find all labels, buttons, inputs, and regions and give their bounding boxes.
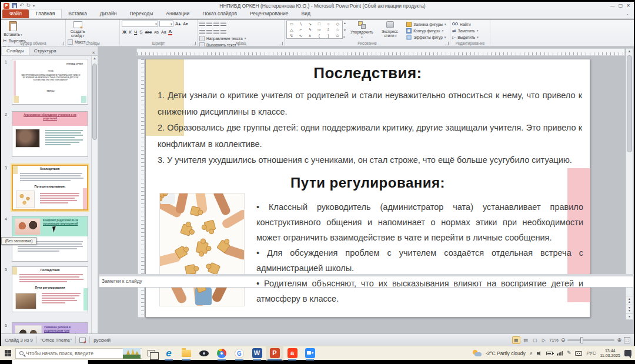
weather-text[interactable]: -2°C Partly cloudy	[486, 350, 526, 356]
text-shadow-button[interactable]: S	[139, 29, 143, 35]
zoom-out-button[interactable]: ⊖	[561, 337, 566, 343]
google-app-button[interactable]: G	[230, 346, 248, 360]
slide-title[interactable]: Последствия:	[146, 64, 590, 82]
paragraph-dialog-launcher[interactable]	[279, 42, 283, 45]
taskbar-search[interactable]: Чтобы начать поиск, введите	[15, 348, 142, 359]
bullets-icon[interactable]	[199, 22, 205, 26]
fit-to-window-button[interactable]: ⛶	[624, 337, 630, 343]
font-dialog-launcher[interactable]	[192, 42, 196, 45]
task-view-button[interactable]	[142, 346, 160, 360]
shapes-more-icon[interactable]: ≡	[343, 35, 346, 38]
shape-icon[interactable]: ○	[324, 21, 333, 27]
scrollbar-thumb[interactable]	[92, 64, 97, 140]
slide-sorter-view-button[interactable]: ▤	[523, 337, 530, 343]
notification-center-icon[interactable]	[624, 350, 631, 356]
zoom-app-button[interactable]	[301, 346, 319, 360]
hidden-icons-chevron[interactable]: ∧	[530, 351, 533, 356]
maximize-button[interactable]: ▢	[619, 3, 623, 9]
shape-icon[interactable]: ∿	[296, 33, 306, 39]
input-language[interactable]: РУС	[586, 350, 596, 356]
shape-effects-button[interactable]: Эффекты фигур	[406, 35, 447, 40]
tab-file[interactable]: Файл	[2, 9, 29, 18]
align-right-icon[interactable]	[213, 30, 219, 35]
word-button[interactable]: W	[248, 346, 266, 360]
clipboard-dialog-launcher[interactable]	[61, 42, 64, 45]
tab-slides[interactable]: Слайды	[1, 46, 29, 55]
shape-icon[interactable]: )	[324, 33, 333, 39]
redo-icon[interactable]: ↻	[26, 3, 31, 8]
shape-icon[interactable]: ⇨	[315, 27, 324, 33]
zoom-slider[interactable]	[567, 339, 614, 341]
arrange-button[interactable]: Упорядочить	[349, 21, 374, 39]
align-left-icon[interactable]	[199, 30, 205, 35]
shape-icon[interactable]: ↘	[305, 21, 315, 27]
horizontal-ruler[interactable]	[136, 48, 625, 56]
change-case-button[interactable]: Аа	[161, 29, 167, 35]
tab-transitions[interactable]: Переходы	[123, 9, 159, 18]
shape-icon[interactable]: ⌐	[296, 27, 306, 33]
reading-view-button[interactable]: ▢	[532, 337, 539, 343]
zoom-level[interactable]: 71%	[549, 338, 559, 343]
shape-icon[interactable]: ✩	[333, 33, 342, 39]
shape-icon[interactable]: ↯	[287, 33, 296, 39]
shrink-font-button[interactable]: А▾	[182, 21, 188, 27]
minimize-button[interactable]: —	[610, 3, 615, 9]
search-highlight-image[interactable]	[123, 348, 141, 359]
theme-name[interactable]: "Office Theme"	[41, 338, 72, 343]
previous-slide-button[interactable]: ▲▲	[626, 296, 633, 305]
puzzle-hands-image[interactable]	[159, 193, 245, 306]
scroll-up-icon[interactable]: ▲	[92, 56, 98, 60]
numbering-icon[interactable]	[206, 22, 212, 26]
slide-consequences-text[interactable]: 1. Дети узнали о критике учителя от роди…	[158, 88, 582, 169]
shape-icon[interactable]: ∧	[305, 33, 315, 39]
increase-indent-icon[interactable]	[220, 22, 226, 26]
slides-pane-scrollbar[interactable]: ▲	[91, 56, 98, 333]
scroll-down-icon[interactable]: ▼	[626, 313, 633, 319]
tab-insert[interactable]: Вставка	[62, 9, 93, 18]
shape-icon[interactable]: □	[315, 21, 324, 27]
pen-icon[interactable]: ✎	[567, 350, 572, 356]
start-button[interactable]	[0, 346, 15, 360]
zoom-slider-knob[interactable]	[580, 337, 583, 343]
volume-icon[interactable]	[537, 351, 542, 356]
quick-styles-button[interactable]: Экспресс-стили	[377, 21, 404, 38]
undo-icon[interactable]: ↶	[19, 3, 24, 8]
tab-view[interactable]: Вид	[295, 9, 317, 18]
slide-regulation-text[interactable]: Классный руководитель (администратор чат…	[256, 199, 583, 306]
shape-icon[interactable]: ▭	[287, 21, 296, 27]
strikethrough-button[interactable]: abc	[145, 29, 152, 35]
grow-font-button[interactable]: А▴	[175, 21, 181, 27]
slideshow-view-button[interactable]: ▷	[541, 337, 547, 343]
decrease-indent-icon[interactable]	[213, 22, 219, 26]
clock[interactable]: 13:44 11.03.2025	[600, 349, 620, 358]
red-a-app-button[interactable]: a	[283, 346, 301, 360]
tab-outline[interactable]: Структура	[29, 47, 61, 55]
underline-button[interactable]: Ч	[133, 29, 138, 35]
collapse-ribbon-icon[interactable]: ⌃	[626, 14, 629, 18]
shape-icon[interactable]: ⇩	[324, 27, 333, 33]
edge-button[interactable]: e	[160, 346, 178, 360]
eye-app-button[interactable]	[195, 346, 213, 360]
tab-slideshow[interactable]: Показ слайдов	[196, 9, 243, 18]
drawing-dialog-launcher[interactable]	[445, 42, 449, 45]
tab-animations[interactable]: Анимации	[159, 9, 196, 18]
tab-review[interactable]: Рецензирование	[243, 9, 295, 18]
pane-close-icon[interactable]: ✕	[92, 51, 95, 55]
font-name-combo[interactable]	[122, 21, 158, 27]
bold-button[interactable]: Ж	[122, 29, 127, 35]
network-icon[interactable]	[557, 351, 563, 356]
align-center-icon[interactable]	[206, 30, 212, 35]
save-icon[interactable]	[12, 3, 17, 8]
justify-icon[interactable]	[220, 30, 226, 35]
spellcheck-status-icon[interactable]	[79, 338, 86, 343]
new-slide-button[interactable]: Создать слайд	[68, 21, 88, 38]
shapes-scroll-up-icon[interactable]: ▲	[343, 21, 346, 25]
font-color-button[interactable]: А	[168, 29, 173, 35]
language-indicator[interactable]: русский	[93, 338, 111, 343]
close-button[interactable]: ✕	[626, 3, 630, 9]
shape-icon[interactable]: ∖	[296, 21, 306, 27]
weather-icon[interactable]	[473, 350, 482, 357]
scroll-up-icon[interactable]: ▲	[626, 49, 633, 54]
shape-icon[interactable]: ☆	[333, 27, 342, 33]
find-button[interactable]: Найти	[452, 22, 487, 27]
